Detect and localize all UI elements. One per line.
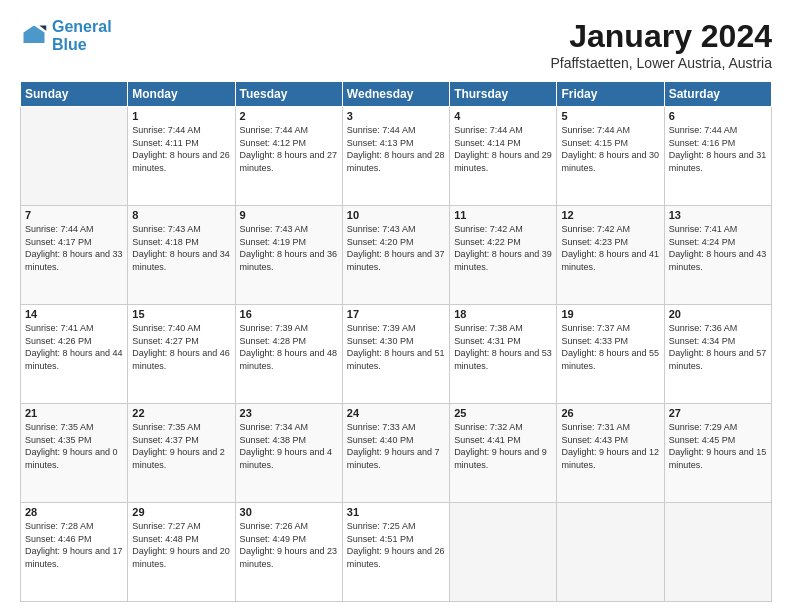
day-info: Sunrise: 7:37 AMSunset: 4:33 PMDaylight:… [561, 322, 659, 372]
day-number: 29 [132, 506, 230, 518]
day-info: Sunrise: 7:38 AMSunset: 4:31 PMDaylight:… [454, 322, 552, 372]
day-cell: 30Sunrise: 7:26 AMSunset: 4:49 PMDayligh… [235, 503, 342, 602]
day-cell: 31Sunrise: 7:25 AMSunset: 4:51 PMDayligh… [342, 503, 449, 602]
logo-line2: Blue [52, 36, 87, 53]
week-row-3: 21Sunrise: 7:35 AMSunset: 4:35 PMDayligh… [21, 404, 772, 503]
day-cell: 9Sunrise: 7:43 AMSunset: 4:19 PMDaylight… [235, 206, 342, 305]
day-info: Sunrise: 7:27 AMSunset: 4:48 PMDaylight:… [132, 520, 230, 570]
day-cell: 4Sunrise: 7:44 AMSunset: 4:14 PMDaylight… [450, 107, 557, 206]
day-number: 28 [25, 506, 123, 518]
day-cell: 16Sunrise: 7:39 AMSunset: 4:28 PMDayligh… [235, 305, 342, 404]
day-info: Sunrise: 7:35 AMSunset: 4:37 PMDaylight:… [132, 421, 230, 471]
day-info: Sunrise: 7:41 AMSunset: 4:24 PMDaylight:… [669, 223, 767, 273]
day-info: Sunrise: 7:36 AMSunset: 4:34 PMDaylight:… [669, 322, 767, 372]
day-info: Sunrise: 7:33 AMSunset: 4:40 PMDaylight:… [347, 421, 445, 471]
day-number: 1 [132, 110, 230, 122]
day-number: 11 [454, 209, 552, 221]
day-number: 6 [669, 110, 767, 122]
logo-text: General Blue [52, 18, 112, 53]
day-number: 14 [25, 308, 123, 320]
day-info: Sunrise: 7:34 AMSunset: 4:38 PMDaylight:… [240, 421, 338, 471]
day-number: 21 [25, 407, 123, 419]
header: General Blue January 2024 Pfaffstaetten,… [20, 18, 772, 71]
day-number: 23 [240, 407, 338, 419]
day-info: Sunrise: 7:39 AMSunset: 4:30 PMDaylight:… [347, 322, 445, 372]
day-cell: 14Sunrise: 7:41 AMSunset: 4:26 PMDayligh… [21, 305, 128, 404]
day-number: 17 [347, 308, 445, 320]
day-number: 25 [454, 407, 552, 419]
day-cell: 20Sunrise: 7:36 AMSunset: 4:34 PMDayligh… [664, 305, 771, 404]
day-number: 4 [454, 110, 552, 122]
day-number: 13 [669, 209, 767, 221]
day-cell: 11Sunrise: 7:42 AMSunset: 4:22 PMDayligh… [450, 206, 557, 305]
day-cell: 13Sunrise: 7:41 AMSunset: 4:24 PMDayligh… [664, 206, 771, 305]
header-cell-friday: Friday [557, 82, 664, 107]
day-cell: 29Sunrise: 7:27 AMSunset: 4:48 PMDayligh… [128, 503, 235, 602]
day-number: 16 [240, 308, 338, 320]
header-cell-wednesday: Wednesday [342, 82, 449, 107]
day-number: 22 [132, 407, 230, 419]
day-info: Sunrise: 7:44 AMSunset: 4:11 PMDaylight:… [132, 124, 230, 174]
day-cell: 15Sunrise: 7:40 AMSunset: 4:27 PMDayligh… [128, 305, 235, 404]
day-info: Sunrise: 7:25 AMSunset: 4:51 PMDaylight:… [347, 520, 445, 570]
day-cell: 21Sunrise: 7:35 AMSunset: 4:35 PMDayligh… [21, 404, 128, 503]
day-cell: 19Sunrise: 7:37 AMSunset: 4:33 PMDayligh… [557, 305, 664, 404]
day-cell: 8Sunrise: 7:43 AMSunset: 4:18 PMDaylight… [128, 206, 235, 305]
day-info: Sunrise: 7:26 AMSunset: 4:49 PMDaylight:… [240, 520, 338, 570]
day-number: 10 [347, 209, 445, 221]
header-cell-tuesday: Tuesday [235, 82, 342, 107]
day-cell: 5Sunrise: 7:44 AMSunset: 4:15 PMDaylight… [557, 107, 664, 206]
logo: General Blue [20, 18, 112, 53]
day-cell: 26Sunrise: 7:31 AMSunset: 4:43 PMDayligh… [557, 404, 664, 503]
day-info: Sunrise: 7:44 AMSunset: 4:14 PMDaylight:… [454, 124, 552, 174]
day-info: Sunrise: 7:44 AMSunset: 4:16 PMDaylight:… [669, 124, 767, 174]
day-cell: 28Sunrise: 7:28 AMSunset: 4:46 PMDayligh… [21, 503, 128, 602]
day-number: 27 [669, 407, 767, 419]
day-number: 19 [561, 308, 659, 320]
day-info: Sunrise: 7:35 AMSunset: 4:35 PMDaylight:… [25, 421, 123, 471]
header-cell-sunday: Sunday [21, 82, 128, 107]
header-cell-thursday: Thursday [450, 82, 557, 107]
day-info: Sunrise: 7:43 AMSunset: 4:18 PMDaylight:… [132, 223, 230, 273]
day-number: 5 [561, 110, 659, 122]
calendar-table: SundayMondayTuesdayWednesdayThursdayFrid… [20, 81, 772, 602]
day-cell: 12Sunrise: 7:42 AMSunset: 4:23 PMDayligh… [557, 206, 664, 305]
day-info: Sunrise: 7:39 AMSunset: 4:28 PMDaylight:… [240, 322, 338, 372]
day-number: 31 [347, 506, 445, 518]
day-cell: 24Sunrise: 7:33 AMSunset: 4:40 PMDayligh… [342, 404, 449, 503]
day-cell: 1Sunrise: 7:44 AMSunset: 4:11 PMDaylight… [128, 107, 235, 206]
day-cell: 10Sunrise: 7:43 AMSunset: 4:20 PMDayligh… [342, 206, 449, 305]
day-cell: 3Sunrise: 7:44 AMSunset: 4:13 PMDaylight… [342, 107, 449, 206]
day-info: Sunrise: 7:32 AMSunset: 4:41 PMDaylight:… [454, 421, 552, 471]
day-info: Sunrise: 7:41 AMSunset: 4:26 PMDaylight:… [25, 322, 123, 372]
day-cell [664, 503, 771, 602]
day-number: 30 [240, 506, 338, 518]
day-cell [450, 503, 557, 602]
day-number: 26 [561, 407, 659, 419]
day-info: Sunrise: 7:31 AMSunset: 4:43 PMDaylight:… [561, 421, 659, 471]
header-cell-saturday: Saturday [664, 82, 771, 107]
day-number: 9 [240, 209, 338, 221]
calendar-subtitle: Pfaffstaetten, Lower Austria, Austria [550, 55, 772, 71]
day-number: 7 [25, 209, 123, 221]
day-info: Sunrise: 7:43 AMSunset: 4:20 PMDaylight:… [347, 223, 445, 273]
day-cell: 22Sunrise: 7:35 AMSunset: 4:37 PMDayligh… [128, 404, 235, 503]
day-info: Sunrise: 7:43 AMSunset: 4:19 PMDaylight:… [240, 223, 338, 273]
day-info: Sunrise: 7:44 AMSunset: 4:15 PMDaylight:… [561, 124, 659, 174]
day-cell: 25Sunrise: 7:32 AMSunset: 4:41 PMDayligh… [450, 404, 557, 503]
day-number: 12 [561, 209, 659, 221]
day-cell: 7Sunrise: 7:44 AMSunset: 4:17 PMDaylight… [21, 206, 128, 305]
day-info: Sunrise: 7:29 AMSunset: 4:45 PMDaylight:… [669, 421, 767, 471]
day-cell: 2Sunrise: 7:44 AMSunset: 4:12 PMDaylight… [235, 107, 342, 206]
day-info: Sunrise: 7:42 AMSunset: 4:23 PMDaylight:… [561, 223, 659, 273]
day-cell [21, 107, 128, 206]
title-block: January 2024 Pfaffstaetten, Lower Austri… [550, 18, 772, 71]
day-cell [557, 503, 664, 602]
day-cell: 27Sunrise: 7:29 AMSunset: 4:45 PMDayligh… [664, 404, 771, 503]
logo-icon [20, 22, 48, 50]
day-number: 20 [669, 308, 767, 320]
logo-line1: General [52, 18, 112, 35]
day-number: 15 [132, 308, 230, 320]
calendar-title: January 2024 [550, 18, 772, 55]
week-row-4: 28Sunrise: 7:28 AMSunset: 4:46 PMDayligh… [21, 503, 772, 602]
